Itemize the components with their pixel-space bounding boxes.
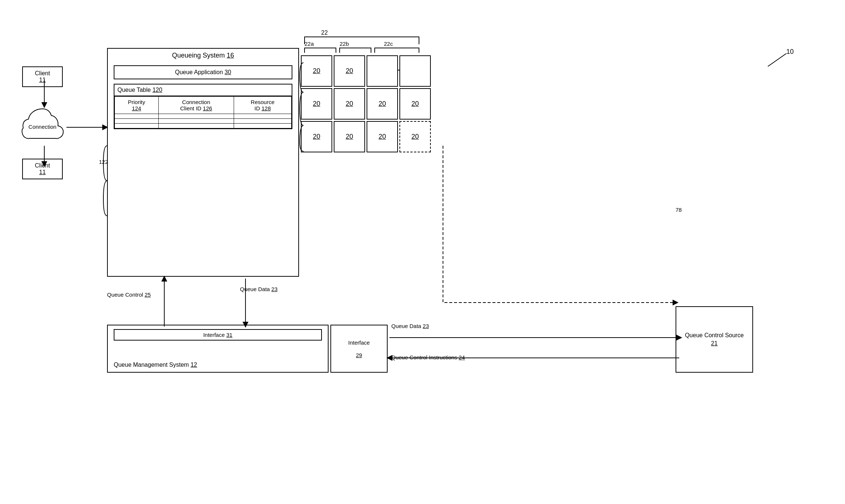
resource-cell-r2c1: 20 bbox=[301, 88, 332, 120]
queueing-system-title: Queueing System 16 bbox=[108, 49, 298, 62]
table-row bbox=[115, 114, 292, 119]
qms-label: Queue Management System 12 bbox=[114, 359, 322, 368]
interface31-box: Interface 31 bbox=[114, 329, 322, 341]
resource-cell-r1c2: 20 bbox=[334, 55, 365, 87]
qms-box: Interface 31 Queue Management System 12 bbox=[107, 325, 329, 373]
resource-cell-r3c3: 20 bbox=[367, 121, 398, 152]
bracket-22 bbox=[303, 35, 421, 46]
qcs-box: Queue Control Source 21 bbox=[676, 306, 753, 373]
qt-ref: 120 bbox=[152, 87, 162, 93]
qs-ref: 16 bbox=[227, 52, 234, 59]
interface29-box: Interface 29 bbox=[330, 325, 388, 373]
bracket-22a bbox=[303, 46, 338, 53]
resource-cell-r2c3: 20 bbox=[367, 88, 398, 120]
interface31-ref: 31 bbox=[226, 332, 233, 338]
bracket-22b bbox=[338, 46, 373, 53]
resource-cell-r3c4: 20 bbox=[399, 121, 431, 152]
ref-122: 122 bbox=[99, 159, 108, 165]
client-bottom-label: Client bbox=[35, 162, 50, 169]
client-top-ref: 11 bbox=[39, 77, 46, 83]
queue-table-wrapper: Queue Table 120 Priority124 ConnectionCl… bbox=[114, 84, 292, 129]
resource-grid-inner: 20 20 20 20 20 20 20 20 20 20 bbox=[301, 55, 431, 152]
qcs-ref: 21 bbox=[711, 340, 718, 347]
qa-ref: 30 bbox=[224, 69, 231, 75]
grid-to-qcs-dashed bbox=[421, 144, 679, 328]
qms-ref: 12 bbox=[190, 362, 197, 368]
resource-cell-r2c2: 20 bbox=[334, 88, 365, 120]
resource-cell-r1c1: 20 bbox=[301, 55, 332, 87]
label-22b: 22b bbox=[340, 41, 349, 47]
resource-cell-r1c3 bbox=[367, 55, 398, 87]
client-top-label: Client bbox=[35, 70, 50, 76]
cloud-to-qs-arrow bbox=[65, 122, 109, 133]
qs-to-i29-arrow bbox=[240, 277, 251, 328]
ref10-arrow bbox=[760, 52, 790, 70]
interface29-ref: 29 bbox=[356, 352, 362, 358]
col-resource-id: ResourceID 128 bbox=[234, 97, 291, 114]
client-bottom-ref: 11 bbox=[39, 169, 46, 175]
queueing-system-box: Queueing System 16 Queue Application 30 … bbox=[107, 48, 299, 277]
col-priority: Priority124 bbox=[115, 97, 159, 114]
resource-cell-r2c4: 20 bbox=[399, 88, 431, 120]
queue-table: Priority124 ConnectionClient ID 126 Reso… bbox=[114, 96, 292, 128]
qs-to-qms-arrow bbox=[159, 277, 170, 328]
queue-data-top-label: Queue Data 23 bbox=[240, 286, 278, 292]
table-row bbox=[115, 124, 292, 128]
table-row bbox=[115, 119, 292, 124]
col-connection-client-id: ConnectionClient ID 126 bbox=[158, 97, 234, 114]
queue-control-label: Queue Control 25 bbox=[107, 291, 151, 298]
svg-line-7 bbox=[768, 53, 786, 66]
queue-table-title: Queue Table 120 bbox=[114, 84, 292, 96]
resource-cell-r3c2: 20 bbox=[334, 121, 365, 152]
diagram: Client 11 Client 11 Connection Queueing … bbox=[0, 0, 845, 504]
resource-cell-r1c4 bbox=[399, 55, 431, 87]
ref-78: 78 bbox=[676, 207, 682, 213]
resource-cell-r3c1: 20 bbox=[301, 121, 332, 152]
label-22a: 22a bbox=[305, 41, 314, 47]
client-bottom: Client 11 bbox=[22, 159, 63, 179]
queue-data-bottom-label: Queue Data 23 bbox=[391, 323, 429, 329]
queue-control-instructions-label: Queue Control Instructions 24 bbox=[391, 354, 465, 360]
connection-label: Connection bbox=[20, 123, 65, 130]
resource-grid: 20 20 20 20 20 20 20 20 20 20 bbox=[301, 55, 431, 152]
bracket-22c bbox=[373, 46, 421, 53]
qcs-label: Queue Control Source bbox=[685, 332, 743, 339]
i29-to-qcs-arrow bbox=[388, 332, 683, 343]
queue-app-box: Queue Application 30 bbox=[114, 65, 292, 79]
connection-cloud: Connection bbox=[20, 101, 65, 149]
ref-10: 10 bbox=[786, 48, 794, 56]
client-top: Client 11 bbox=[22, 66, 63, 87]
ref-22-top: 22 bbox=[321, 30, 328, 36]
interface29-label: Interface bbox=[348, 339, 370, 346]
label-22c: 22c bbox=[384, 41, 393, 47]
